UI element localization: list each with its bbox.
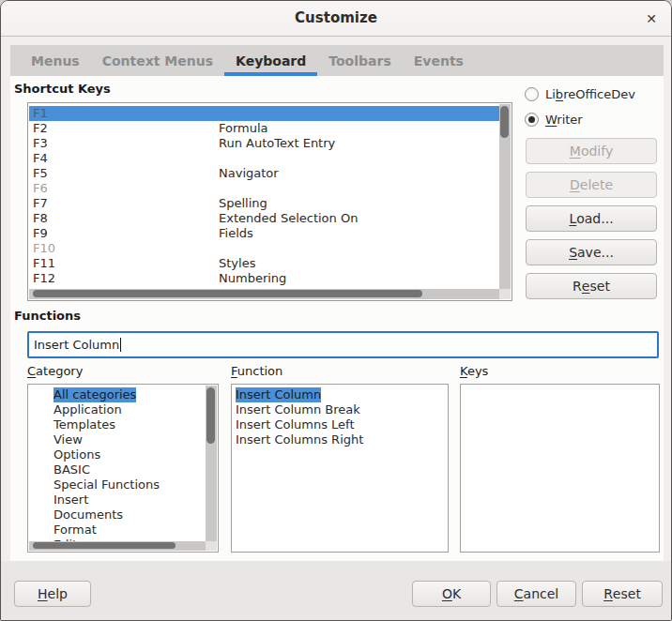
- close-icon[interactable]: ✕: [641, 8, 662, 29]
- shortcut-row[interactable]: F2Formula: [29, 121, 499, 136]
- text-cursor: [120, 338, 121, 352]
- category-item[interactable]: Application: [29, 402, 206, 417]
- shortcut-keys-list[interactable]: F1 F2Formula F3Run AutoText Entry F4: [27, 102, 512, 301]
- category-column-label: Category: [27, 364, 83, 378]
- horizontal-scrollbar[interactable]: [29, 289, 499, 299]
- dialog-action-area: Help OK Cancel Reset: [1, 561, 672, 621]
- functions-label: Functions: [14, 309, 81, 323]
- shortcut-rows: F1 F2Formula F3Run AutoText Entry F4: [29, 104, 499, 289]
- keyboard-tab-page: Shortcut Keys F1 F2Formula F3Run AutoTex…: [10, 76, 664, 561]
- vertical-scrollbar[interactable]: [499, 104, 511, 289]
- tab[interactable]: Menus: [20, 45, 91, 76]
- function-items: Insert Column Insert Column Break Insert…: [233, 386, 447, 551]
- tab[interactable]: Toolbars: [317, 45, 402, 76]
- tab-strip: Menus Context Menus Keyboard Toolbars Ev…: [10, 45, 664, 76]
- horizontal-scrollbar-thumb[interactable]: [33, 542, 176, 549]
- function-item[interactable]: Insert Columns Right: [233, 432, 447, 447]
- category-item[interactable]: Insert: [29, 492, 206, 507]
- radio-icon: [525, 113, 539, 127]
- function-item[interactable]: Insert Column Break: [233, 402, 447, 417]
- category-items: All categories Application Templates Vie…: [29, 386, 206, 541]
- vertical-scrollbar-thumb[interactable]: [500, 106, 509, 138]
- scrollbar-corner: [499, 289, 511, 299]
- category-list[interactable]: All categories Application Templates Vie…: [27, 384, 219, 553]
- category-item[interactable]: Options: [29, 447, 206, 462]
- search-input-value: Insert Column: [34, 338, 119, 352]
- vertical-scrollbar-thumb[interactable]: [206, 387, 215, 444]
- keys-items: [462, 386, 658, 551]
- category-item[interactable]: Special Functions: [29, 477, 206, 492]
- radio-label: Writer: [545, 113, 583, 127]
- function-item[interactable]: Insert Columns Left: [233, 417, 447, 432]
- shortcut-row[interactable]: F12Numbering: [29, 271, 499, 286]
- shortcut-row[interactable]: F4: [29, 151, 499, 166]
- customize-dialog: Customize ✕ Menus Context Menus Keyboard…: [0, 0, 672, 621]
- keys-column-label: Keys: [460, 364, 488, 378]
- help-button[interactable]: Help: [14, 581, 91, 607]
- horizontal-scrollbar-thumb[interactable]: [33, 290, 422, 297]
- category-item[interactable]: View: [29, 432, 206, 447]
- tab[interactable]: Context Menus: [91, 45, 224, 76]
- shortcut-row[interactable]: F9Fields: [29, 226, 499, 241]
- window-title: Customize: [1, 9, 671, 26]
- category-item[interactable]: Templates: [29, 417, 206, 432]
- radio-libreofficedev[interactable]: LibreOfficeDev: [525, 86, 635, 101]
- horizontal-scrollbar[interactable]: [29, 541, 206, 551]
- shortcut-row[interactable]: F8Extended Selection On: [29, 211, 499, 226]
- radio-writer[interactable]: Writer: [525, 112, 583, 127]
- shortcut-row[interactable]: F10: [29, 241, 499, 256]
- shortcut-keys-label: Shortcut Keys: [14, 82, 111, 96]
- function-search-input[interactable]: Insert Column: [27, 331, 659, 358]
- keys-list[interactable]: [460, 384, 660, 553]
- shortcut-row[interactable]: F7Spelling: [29, 196, 499, 211]
- function-list[interactable]: Insert Column Insert Column Break Insert…: [231, 384, 449, 553]
- shortcut-row[interactable]: F3Run AutoText Entry: [29, 136, 499, 151]
- category-item[interactable]: Format: [29, 523, 206, 538]
- reset-shortcuts-button[interactable]: Reset: [526, 273, 657, 299]
- vertical-scrollbar[interactable]: [206, 386, 217, 541]
- radio-icon: [525, 87, 539, 101]
- shortcut-row[interactable]: F1: [29, 106, 499, 121]
- tab[interactable]: Keyboard: [224, 45, 317, 76]
- cancel-button[interactable]: Cancel: [496, 581, 576, 607]
- load-button[interactable]: Load...: [526, 205, 657, 232]
- function-item[interactable]: Insert Column: [233, 387, 447, 402]
- ok-button[interactable]: OK: [412, 581, 491, 607]
- shortcut-row[interactable]: F5Navigator: [29, 166, 499, 181]
- category-item[interactable]: All categories: [29, 387, 206, 402]
- modify-button[interactable]: Modify: [526, 138, 657, 164]
- delete-button[interactable]: Delete: [526, 172, 657, 198]
- scrollbar-corner: [206, 541, 217, 551]
- title-bar[interactable]: Customize ✕: [1, 1, 671, 37]
- reset-button[interactable]: Reset: [582, 581, 663, 607]
- radio-label: LibreOfficeDev: [545, 87, 635, 101]
- shortcut-row[interactable]: F11Styles: [29, 256, 499, 271]
- save-button[interactable]: Save...: [526, 239, 657, 265]
- tab[interactable]: Events: [403, 45, 475, 76]
- category-item[interactable]: BASIC: [29, 462, 206, 477]
- function-column-label: Function: [231, 364, 283, 378]
- category-item[interactable]: Documents: [29, 507, 206, 523]
- shortcut-row[interactable]: F6: [29, 181, 499, 196]
